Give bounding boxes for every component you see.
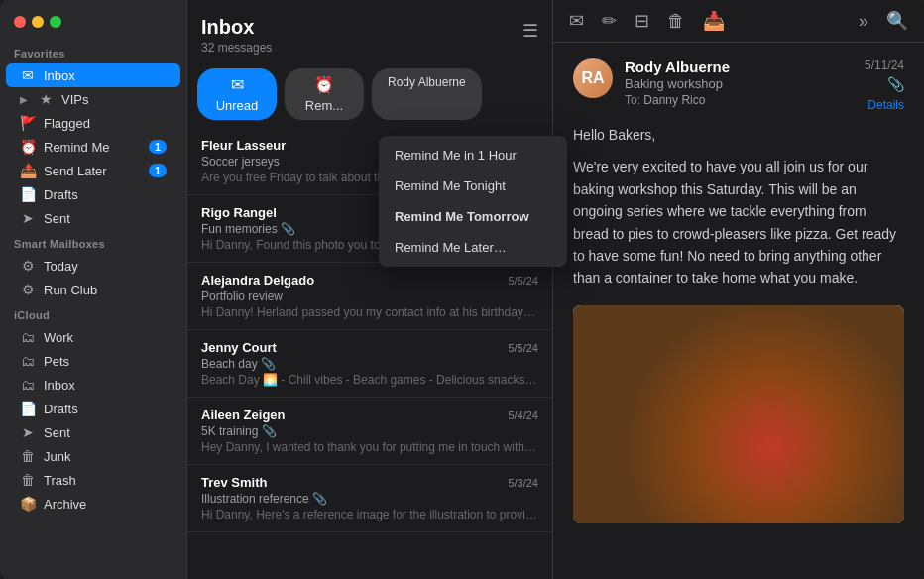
filter-tab-rody[interactable]: Rody Albuerne [372, 68, 482, 120]
dropdown-item-tonight[interactable]: Remind Me Tonight [379, 171, 567, 201]
sidebar-item-drafts[interactable]: 📄 Drafts [6, 182, 180, 206]
sidebar-item-archive[interactable]: 📦 Archive [6, 492, 180, 516]
message-sender: Fleur Lasseur [201, 138, 286, 153]
email-image [573, 305, 904, 523]
message-preview: Hi Danny! Herland passed you my contact … [201, 305, 538, 319]
reply-icon[interactable]: ✉ [569, 10, 584, 32]
icloud-label: iCloud [0, 301, 186, 325]
email-body: Hello Bakers, We're very excited to have… [573, 124, 904, 290]
sidebar-item-label: Remind Me [44, 140, 109, 155]
sidebar-item-remind-me[interactable]: ⏰ Remind Me 1 [6, 135, 180, 159]
message-sender: Trev Smith [201, 475, 267, 490]
remind-icon: ⏰ [20, 139, 36, 155]
sidebar-item-sent[interactable]: ➤ Sent [6, 206, 180, 230]
message-sender: Jenny Court [201, 340, 277, 355]
sidebar-item-icloud-inbox[interactable]: 🗂 Inbox [6, 373, 180, 397]
run-club-icon: ⚙ [20, 282, 36, 297]
send-later-icon: 📤 [20, 163, 36, 178]
email-body-text: We're very excited to have you all join … [573, 156, 904, 289]
attachment-header-icon: 📎 [887, 76, 904, 92]
message-subject: 5K training 📎 [201, 424, 538, 438]
traffic-lights [0, 12, 186, 40]
filter-tab-label: Unread [216, 98, 259, 113]
sidebar-item-label: Work [44, 330, 73, 345]
sidebar-item-pets[interactable]: 🗂 Pets [6, 349, 180, 373]
email-detail-panel: ✉ ✏ ⊟ 🗑 📥 » 🔍 RA Rody Albuerne Baking wo… [553, 0, 924, 579]
dropdown-item-tomorrow[interactable]: Remind Me Tomorrow [379, 201, 567, 232]
attachment-icon: 📎 [281, 222, 295, 236]
minimize-button[interactable] [32, 16, 44, 28]
more-icon[interactable]: » [859, 11, 868, 32]
sidebar-item-label: Inbox [44, 378, 75, 393]
message-date: 5/3/24 [508, 477, 538, 489]
filter-tabs: ✉ Unread ⏰ Rem... Remind Me in 1 Hour Re… [187, 60, 552, 128]
to-name: Danny Rico [643, 93, 705, 107]
sidebar-item-vips[interactable]: ▶ ★ VIPs [6, 87, 180, 111]
archive-toolbar-icon[interactable]: ⊟ [635, 10, 649, 32]
sidebar-item-send-later[interactable]: 📤 Send Later 1 [6, 159, 180, 182]
sidebar-item-label: Drafts [44, 187, 78, 202]
avatar: RA [573, 58, 613, 98]
filter-tab-remind[interactable]: ⏰ Rem... Remind Me in 1 Hour Remind Me T… [285, 68, 364, 120]
work-icon: 🗂 [20, 329, 36, 345]
message-sender: Alejandra Delgado [201, 273, 314, 288]
sidebar-item-icloud-sent[interactable]: ➤ Sent [6, 420, 180, 444]
remind-dropdown: Remind Me in 1 Hour Remind Me Tonight Re… [379, 136, 567, 267]
food-photo [573, 305, 904, 523]
delete-icon[interactable]: 🗑 [667, 11, 685, 32]
sidebar-item-label: Pets [44, 354, 69, 369]
fullscreen-button[interactable] [50, 16, 61, 28]
panel-header: Inbox 32 messages ☰ [187, 0, 552, 60]
sidebar-item-label: VIPs [61, 92, 88, 107]
sidebar: Favorites ✉ Inbox ▶ ★ VIPs 🚩 Flagged ⏰ R… [0, 0, 186, 579]
sidebar-item-label: Inbox [44, 68, 75, 83]
dropdown-item-1-hour[interactable]: Remind Me in 1 Hour [379, 140, 567, 171]
filter-tab-unread[interactable]: ✉ Unread [197, 68, 277, 120]
message-item-jenny[interactable]: Jenny Court 5/5/24 Beach day 📎 Beach Day… [187, 330, 552, 398]
message-date: 5/5/24 [508, 275, 538, 287]
sidebar-item-label: Trash [44, 473, 76, 488]
sidebar-item-label: Sent [44, 425, 70, 440]
sidebar-item-trash[interactable]: 🗑 Trash [6, 468, 180, 492]
flag-icon: 🚩 [20, 115, 36, 131]
junk-icon: 🗑 [20, 448, 36, 464]
email-content: RA Rody Albuerne Baking workshop To: Dan… [553, 43, 924, 579]
sidebar-item-label: Today [44, 259, 78, 274]
remind-clock-icon: ⏰ [314, 75, 334, 94]
sidebar-item-work[interactable]: 🗂 Work [6, 325, 180, 349]
pets-icon: 🗂 [20, 353, 36, 369]
favorites-label: Favorites [0, 40, 186, 63]
message-preview: Beach Day 🌅 - Chill vibes - Beach games … [201, 373, 538, 387]
details-link[interactable]: Details [867, 98, 904, 112]
email-date: 5/11/24 [865, 58, 904, 72]
message-list-panel: Inbox 32 messages ☰ ✉ Unread ⏰ Rem... Re… [186, 0, 553, 579]
remind-badge: 1 [149, 140, 167, 154]
sidebar-item-inbox[interactable]: ✉ Inbox [6, 63, 180, 87]
message-item-alejandra[interactable]: Alejandra Delgado 5/5/24 Portfolio revie… [187, 263, 552, 330]
panel-subtitle: 32 messages [201, 41, 272, 55]
send-later-badge: 1 [149, 164, 167, 177]
close-button[interactable] [14, 16, 26, 28]
sidebar-item-label: Archive [44, 497, 86, 512]
message-item-aileen[interactable]: Aileen Zeigen 5/4/24 5K training 📎 Hey D… [187, 398, 552, 465]
sidebar-item-today[interactable]: ⚙ Today [6, 254, 180, 278]
attachment-icon: 📎 [261, 357, 276, 371]
sidebar-item-label: Flagged [44, 116, 90, 131]
sidebar-item-flagged[interactable]: 🚩 Flagged [6, 111, 180, 135]
search-icon[interactable]: 🔍 [886, 10, 908, 32]
sidebar-item-icloud-drafts[interactable]: 📄 Drafts [6, 397, 180, 420]
sidebar-item-junk[interactable]: 🗑 Junk [6, 444, 180, 468]
attachment-icon: 📎 [312, 492, 327, 506]
dropdown-item-later[interactable]: Remind Me Later… [379, 232, 567, 263]
sort-icon[interactable]: ☰ [522, 20, 538, 42]
message-item-trev[interactable]: Trev Smith 5/3/24 Illustration reference… [187, 465, 552, 532]
move-icon[interactable]: 📥 [703, 10, 725, 32]
message-preview: Hey Danny, I wanted to thank you for put… [201, 440, 538, 454]
compose-icon[interactable]: ✏ [602, 10, 617, 32]
sidebar-item-run-club[interactable]: ⚙ Run Club [6, 278, 180, 301]
message-sender: Rigo Rangel [201, 205, 277, 220]
to-label: To: [625, 93, 640, 107]
message-subject: Illustration reference 📎 [201, 492, 538, 506]
sidebar-item-label: Drafts [44, 402, 78, 416]
today-icon: ⚙ [20, 258, 36, 274]
